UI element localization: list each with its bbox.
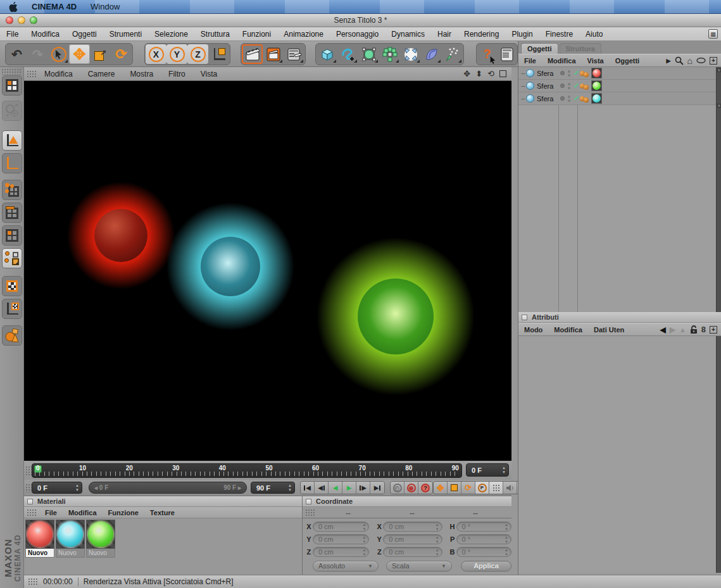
key-position-button[interactable]: ✥ bbox=[434, 482, 448, 494]
material-item[interactable]: Nuovo bbox=[56, 520, 85, 558]
enabled-checkmark[interactable]: ✓ bbox=[574, 94, 579, 103]
timeline-ruler[interactable]: 010 2030 4050 6070 8090 bbox=[32, 463, 462, 478]
attributes-add-panel-icon[interactable]: + bbox=[710, 326, 717, 334]
eye-icon[interactable] bbox=[696, 58, 706, 63]
materials-menu-funzione[interactable]: Funzione bbox=[103, 509, 144, 516]
history-back-icon[interactable]: ◀ bbox=[660, 325, 665, 334]
tweak-mode-button[interactable] bbox=[2, 248, 22, 268]
material-item[interactable]: Nuovo bbox=[86, 520, 115, 558]
key-pla-button[interactable] bbox=[489, 482, 503, 494]
object-list[interactable]: – Sfera ✓ – Sfera ✓ bbox=[518, 67, 721, 312]
coordinate-target-dropdown[interactable]: Scala▼ bbox=[386, 561, 452, 572]
green-sphere[interactable] bbox=[358, 278, 434, 354]
frame-range-slider[interactable]: ◂ 0 F 90 F ▸ bbox=[89, 482, 247, 494]
phong-tag-icon[interactable] bbox=[584, 85, 589, 90]
object-list-scrollbar[interactable] bbox=[716, 67, 721, 312]
coordinates-panel-checkbox[interactable] bbox=[306, 499, 311, 504]
viewport-pan-icon[interactable]: ✥ bbox=[463, 69, 470, 78]
coordinates-panel-titlebar[interactable]: Coordinate bbox=[303, 496, 511, 507]
timeline-grip[interactable] bbox=[25, 466, 32, 476]
render-visibility-dots[interactable] bbox=[568, 70, 570, 77]
object-row-sfera-1[interactable]: – Sfera ✓ bbox=[518, 67, 721, 80]
undo-button[interactable]: ↶ bbox=[6, 44, 27, 64]
attributes-panel-checkbox[interactable] bbox=[522, 315, 527, 320]
material-name[interactable]: Nuovo bbox=[25, 549, 54, 558]
home-icon[interactable]: ⌂ bbox=[687, 56, 693, 66]
viewport-menu-camere[interactable]: Camere bbox=[80, 70, 123, 78]
menu-personaggio[interactable]: Personaggio bbox=[330, 30, 385, 39]
add-hypernurbs-button[interactable] bbox=[358, 44, 379, 64]
viewport-menu-mostra[interactable]: Mostra bbox=[122, 70, 161, 78]
editor-visibility-dot[interactable] bbox=[560, 96, 565, 101]
viewport-menu-modifica[interactable]: Modifica bbox=[37, 70, 80, 78]
render-visibility-dots[interactable] bbox=[568, 83, 570, 89]
render-picture-viewer-button[interactable] bbox=[263, 44, 284, 64]
statusbar-grip[interactable] bbox=[28, 578, 38, 585]
lock-y-axis-button[interactable]: Y bbox=[166, 44, 187, 64]
scale-z-field[interactable]: 0 cm▲▼ bbox=[383, 547, 442, 557]
om-menu-file[interactable]: File bbox=[518, 57, 542, 65]
sound-toggle-button[interactable] bbox=[503, 482, 517, 494]
lock-x-axis-button[interactable]: X bbox=[146, 44, 166, 64]
render-view-button[interactable] bbox=[242, 44, 263, 64]
autokey-button[interactable]: ? bbox=[418, 482, 432, 494]
attributes-scrollbar[interactable] bbox=[716, 336, 721, 573]
materials-menu-file[interactable]: File bbox=[39, 509, 63, 516]
go-to-start-button[interactable]: ◀ bbox=[301, 482, 315, 494]
texture-mode-button[interactable] bbox=[2, 276, 22, 296]
material-tag-icon[interactable] bbox=[591, 68, 602, 78]
osx-menu-window[interactable]: Window bbox=[91, 2, 120, 11]
viewport-grip[interactable] bbox=[27, 70, 37, 78]
tab-struttura[interactable]: Struttura bbox=[560, 43, 601, 54]
playback-grip[interactable] bbox=[25, 484, 32, 492]
material-tag-icon[interactable] bbox=[591, 80, 602, 91]
search-icon[interactable] bbox=[675, 56, 684, 65]
coordinate-system-button[interactable] bbox=[208, 44, 229, 64]
object-name[interactable]: Sfera bbox=[537, 70, 553, 77]
pos-x-field[interactable]: 0 cm▲▼ bbox=[313, 522, 369, 532]
scale-y-field[interactable]: 0 cm▲▼ bbox=[383, 534, 442, 544]
menu-finestre[interactable]: Finestre bbox=[539, 30, 579, 39]
live-selection-tool[interactable] bbox=[48, 44, 69, 64]
add-array-modifier-button[interactable] bbox=[379, 44, 400, 64]
material-tag-icon[interactable] bbox=[591, 93, 602, 104]
menu-animazione[interactable]: Animazione bbox=[277, 30, 330, 39]
texture-axis-mode-button-disabled[interactable] bbox=[2, 101, 22, 121]
edges-mode-button[interactable] bbox=[2, 203, 22, 223]
menu-aiuto[interactable]: Aiuto bbox=[579, 30, 609, 39]
attr-menu-modo[interactable]: Modo bbox=[518, 326, 548, 334]
apple-menu-icon[interactable] bbox=[9, 2, 18, 12]
phong-tag-icon[interactable] bbox=[584, 72, 589, 77]
attributes-panel-titlebar[interactable]: Attributi bbox=[518, 312, 721, 323]
help-button[interactable]: ? bbox=[477, 44, 497, 64]
model-mode-button[interactable] bbox=[2, 130, 22, 151]
viewport-menu-filtro[interactable]: Filtro bbox=[161, 70, 193, 78]
add-panel-icon[interactable]: + bbox=[710, 57, 717, 65]
rot-b-field[interactable]: 0 °▲▼ bbox=[456, 547, 511, 557]
menu-strumenti[interactable]: Strumenti bbox=[103, 30, 148, 39]
materials-panel-checkbox[interactable] bbox=[27, 499, 33, 504]
record-scrub-button-disabled[interactable]: ◴ bbox=[391, 482, 404, 494]
polygons-mode-button[interactable] bbox=[2, 225, 22, 246]
scale-x-field[interactable]: 0 cm▲▼ bbox=[383, 522, 442, 532]
move-tool[interactable]: ✥ bbox=[69, 44, 90, 64]
window-layout-icon[interactable]: ▦ bbox=[708, 29, 718, 39]
scale-tool[interactable]: ↗ bbox=[90, 44, 111, 64]
add-spline-button[interactable] bbox=[337, 44, 358, 64]
object-axis-mode-button[interactable] bbox=[2, 153, 22, 173]
osx-active-app-name[interactable]: CINEMA 4D bbox=[32, 2, 77, 11]
render-visibility-dots[interactable] bbox=[568, 96, 570, 102]
points-mode-button[interactable] bbox=[2, 180, 22, 200]
menu-hair[interactable]: Hair bbox=[431, 30, 458, 39]
cyan-sphere[interactable] bbox=[201, 237, 260, 296]
menu-file[interactable]: File bbox=[0, 30, 25, 39]
key-scale-button[interactable] bbox=[448, 482, 461, 494]
add-environment-button[interactable] bbox=[400, 44, 421, 64]
coordinates-grip[interactable] bbox=[305, 509, 315, 516]
editor-visibility-dot[interactable] bbox=[560, 84, 565, 88]
timeline-layout-button[interactable] bbox=[497, 44, 517, 64]
materials-panel-titlebar[interactable]: Materiali bbox=[24, 496, 302, 507]
sidebar-grip[interactable] bbox=[1, 68, 22, 75]
object-mode-button[interactable] bbox=[2, 325, 22, 346]
record-keyframe-button[interactable]: ◉ bbox=[404, 482, 418, 494]
